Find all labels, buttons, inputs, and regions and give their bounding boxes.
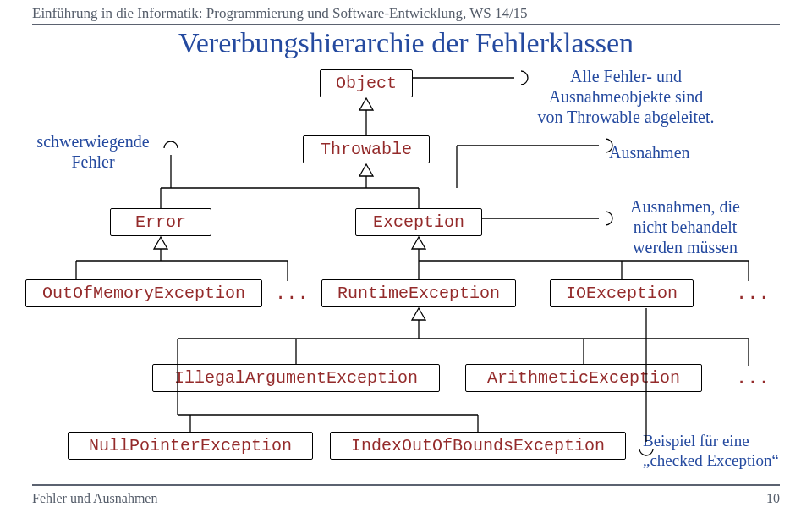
- class-box-error: Error: [110, 208, 211, 236]
- note-unchecked: Ausnahmen, die nicht behandelt werden mü…: [609, 196, 761, 257]
- note-ausnahmen: Ausnahmen: [609, 142, 690, 163]
- ellipsis-runtime: ...: [736, 368, 770, 389]
- footer-rule: [32, 484, 780, 486]
- note-checked: Beispiel für eine „checked Exception“: [643, 432, 795, 471]
- note-line: Beispiel für eine: [643, 432, 749, 450]
- note-line: von Throwable abgeleitet.: [537, 108, 714, 126]
- ellipsis-error: ...: [275, 284, 309, 305]
- class-box-ioexception: IOException: [550, 279, 694, 307]
- class-box-object: Object: [320, 69, 413, 97]
- header-rule: [32, 24, 780, 25]
- course-header: Einführung in die Informatik: Programmie…: [32, 5, 528, 22]
- note-line: Ausnahmen, die: [630, 197, 740, 216]
- note-severe: schwerwiegende Fehler: [25, 131, 161, 172]
- slide-title: Vererbungshierarchie der Fehlerklassen: [0, 27, 812, 59]
- note-inherit: Alle Fehler- und Ausnahmeobjekte sind vo…: [524, 66, 727, 127]
- class-box-outofmemory: OutOfMemoryException: [25, 279, 262, 307]
- page-number: 10: [766, 491, 780, 506]
- class-box-exception: Exception: [355, 208, 482, 236]
- ellipsis-exception: ...: [736, 284, 770, 305]
- class-box-nullpointer: NullPointerException: [68, 432, 313, 460]
- note-line: „checked Exception“: [643, 451, 779, 469]
- class-box-throwable: Throwable: [303, 135, 430, 163]
- class-box-arithmetic: ArithmeticException: [465, 364, 702, 392]
- note-line: werden müssen: [633, 238, 738, 256]
- footer-topic: Fehler und Ausnahmen: [32, 491, 157, 506]
- class-box-runtime: RuntimeException: [321, 279, 516, 307]
- slide: Einführung in die Informatik: Programmie…: [0, 0, 812, 513]
- note-line: Ausnahmeobjekte sind: [549, 87, 704, 106]
- class-box-indexoob: IndexOutOfBoundsException: [330, 432, 626, 460]
- note-line: schwerwiegende: [36, 132, 149, 151]
- note-line: Alle Fehler- und: [570, 67, 682, 86]
- note-line: Fehler: [71, 152, 114, 171]
- class-box-illegalarg: IllegalArgumentException: [152, 364, 440, 392]
- note-line: nicht behandelt: [634, 218, 738, 236]
